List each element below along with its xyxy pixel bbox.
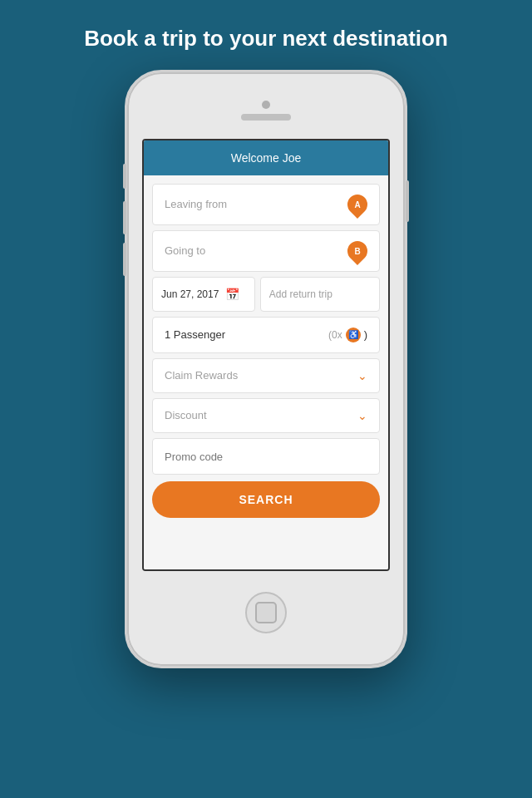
app-header: Welcome Joe [144,140,388,175]
claim-rewards-field[interactable]: Claim Rewards ⌄ [152,358,380,393]
going-to-field[interactable]: Going to B [152,230,380,272]
passenger-field[interactable]: 1 Passenger (0x ♿ ) [152,317,380,353]
going-to-badge-letter: B [354,246,360,255]
going-to-placeholder: Going to [165,244,205,257]
calendar-icon: 📅 [225,288,239,301]
side-button-left-2 [123,201,126,234]
passenger-close: ) [364,328,367,341]
leaving-from-badge-letter: A [354,200,360,209]
home-button[interactable] [245,592,287,633]
date-value: Jun 27, 2017 [161,288,219,300]
going-to-badge: B [343,237,372,265]
discount-label: Discount [165,409,207,421]
phone-camera [262,101,270,109]
welcome-text: Welcome Joe [231,151,302,165]
passenger-label: 1 Passenger [165,328,225,341]
phone-speaker [241,114,291,121]
claim-rewards-chevron-icon: ⌄ [357,369,367,382]
wheelchair-icon: ♿ [346,328,361,342]
side-button-left-3 [123,243,126,276]
side-button-right [406,180,409,222]
phone-screen: Welcome Joe Leaving from A Going to B [142,139,390,571]
leaving-from-badge: A [343,190,372,219]
leaving-from-field[interactable]: Leaving from A [152,184,380,225]
page-title: Book a trip to your next destination [51,0,481,70]
phone-frame: Welcome Joe Leaving from A Going to B [125,70,407,668]
claim-rewards-label: Claim Rewards [165,369,238,382]
discount-chevron-icon: ⌄ [357,409,367,422]
date-row: Jun 27, 2017 📅 Add return trip [152,277,380,312]
promo-code-input[interactable] [165,451,367,463]
passenger-count: (0x [328,329,342,341]
date-field[interactable]: Jun 27, 2017 📅 [152,277,255,312]
leaving-from-placeholder: Leaving from [165,198,227,210]
phone-bottom [127,571,405,654]
app-content: Leaving from A Going to B Jun 27, 2017 📅 [144,175,388,569]
search-button[interactable]: SEARCH [152,481,380,518]
side-button-left-1 [123,164,126,189]
home-button-inner [255,602,277,623]
return-trip-field[interactable]: Add return trip [260,277,380,312]
promo-code-field[interactable] [152,438,380,475]
phone-top [127,72,405,139]
passenger-badge: (0x ♿ ) [328,328,367,342]
discount-field[interactable]: Discount ⌄ [152,398,380,433]
return-trip-label: Add return trip [269,288,332,300]
